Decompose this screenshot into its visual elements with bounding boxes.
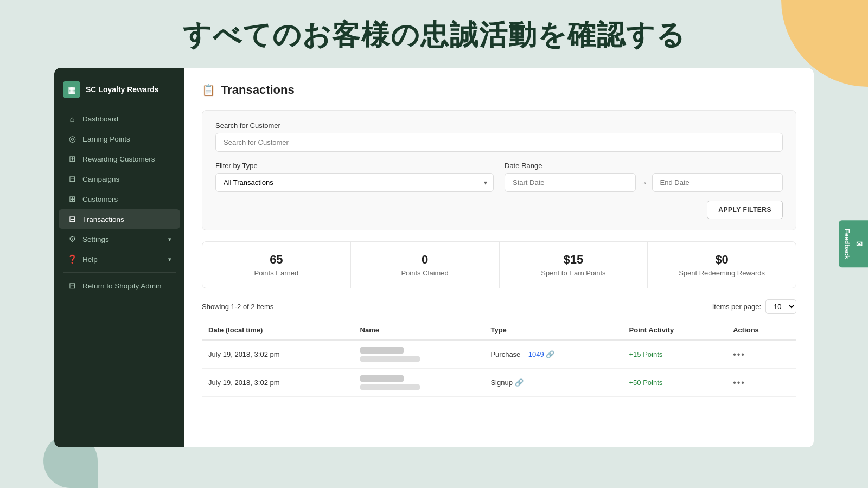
brand-name: SC Loyalty Rewards xyxy=(86,85,159,94)
row-points: +15 Points xyxy=(623,340,727,369)
campaigns-icon: ⊟ xyxy=(67,174,77,184)
sidebar-item-help[interactable]: ❓ Help ▾ xyxy=(59,249,180,269)
action-menu-button[interactable]: ••• xyxy=(733,350,745,359)
sidebar-item-label: Settings xyxy=(82,235,109,243)
row-points: +50 Points xyxy=(623,369,727,397)
blurred-name xyxy=(360,347,404,354)
stat-points-claimed: 0 Points Claimed xyxy=(351,242,500,288)
feedback-label: Feedback xyxy=(843,229,851,259)
transactions-icon: ⊟ xyxy=(67,214,77,224)
stat-points-earned: 65 Points Earned xyxy=(202,242,351,288)
stat-label: Points Claimed xyxy=(360,269,490,277)
sidebar-item-label: Transactions xyxy=(82,215,124,223)
stat-label: Spent to Earn Points xyxy=(508,269,639,277)
row-type: Purchase – 1049 🔗 xyxy=(484,340,622,369)
filter-type-label: Filter by Type xyxy=(215,162,494,170)
table-row: July 19, 2018, 3:02 pm Purchase – 1049 🔗… xyxy=(202,340,796,369)
items-per-page-control: Items per page: 10 25 50 xyxy=(712,299,796,314)
return-icon: ⊟ xyxy=(67,281,77,291)
main-content: 📋 Transactions Search for Customer Filte… xyxy=(184,68,814,447)
sidebar-item-customers[interactable]: ⊞ Customers xyxy=(59,189,180,209)
table-row: July 19, 2018, 3:02 pm Signup 🔗 +50 Poin… xyxy=(202,369,796,397)
brand-icon: ▦ xyxy=(63,81,80,98)
showing-text: Showing 1-2 of 2 items xyxy=(202,303,273,311)
row-actions: ••• xyxy=(726,369,796,397)
col-name: Name xyxy=(354,320,484,340)
row-name xyxy=(354,369,484,397)
stat-spent-earn: $15 Spent to Earn Points xyxy=(500,242,648,288)
row-date: July 19, 2018, 3:02 pm xyxy=(202,340,354,369)
action-menu-button[interactable]: ••• xyxy=(733,378,745,387)
col-points: Point Activity xyxy=(623,320,727,340)
items-per-page-label: Items per page: xyxy=(712,303,761,311)
stat-label: Spent Redeeming Rewards xyxy=(656,269,787,277)
row-type: Signup 🔗 xyxy=(484,369,622,397)
stat-label: Points Earned xyxy=(211,269,342,277)
col-date: Date (local time) xyxy=(202,320,354,340)
sidebar-item-label: Return to Shopify Admin xyxy=(82,282,162,290)
earning-icon: ◎ xyxy=(67,134,77,144)
row-name xyxy=(354,340,484,369)
stat-value: 65 xyxy=(211,253,342,267)
search-input[interactable] xyxy=(215,133,783,152)
sidebar-item-transactions[interactable]: ⊟ Transactions xyxy=(59,209,180,229)
sidebar-item-dashboard[interactable]: ⌂ Dashboard xyxy=(59,110,180,129)
chevron-down-icon: ▾ xyxy=(168,256,171,263)
customers-icon: ⊞ xyxy=(67,194,77,204)
sidebar-item-label: Dashboard xyxy=(82,115,118,123)
blurred-name xyxy=(360,375,404,382)
home-icon: ⌂ xyxy=(67,114,77,124)
sidebar-item-return-shopify[interactable]: ⊟ Return to Shopify Admin xyxy=(59,276,180,296)
rewarding-icon: ⊞ xyxy=(67,154,77,164)
per-page-select[interactable]: 10 25 50 xyxy=(765,299,796,314)
search-section: Search for Customer xyxy=(215,121,783,152)
apply-btn-row: APPLY FILTERS xyxy=(215,201,783,219)
stat-value: $15 xyxy=(508,253,639,267)
sidebar-item-earning-points[interactable]: ◎ Earning Points xyxy=(59,129,180,149)
filter-row: Filter by Type All Transactions Purchase… xyxy=(215,162,783,192)
name-cell xyxy=(360,375,478,390)
sidebar-item-label: Help xyxy=(82,255,98,264)
sidebar-brand: ▦ SC Loyalty Rewards xyxy=(54,76,184,109)
stats-row: 65 Points Earned 0 Points Claimed $15 Sp… xyxy=(202,241,796,288)
filter-type-select[interactable]: All Transactions Purchase Signup Redempt… xyxy=(215,173,494,192)
sidebar-item-campaigns[interactable]: ⊟ Campaigns xyxy=(59,169,180,189)
row-actions: ••• xyxy=(726,340,796,369)
start-date-input[interactable] xyxy=(505,173,636,192)
help-icon: ❓ xyxy=(67,254,77,264)
date-range-row: → xyxy=(505,173,783,192)
sidebar-item-label: Earning Points xyxy=(82,135,130,143)
filter-section: Search for Customer Filter by Type All T… xyxy=(202,110,796,230)
transactions-title-icon: 📋 xyxy=(202,84,215,97)
sidebar-item-label: Customers xyxy=(82,195,118,203)
stat-spent-redeeming: $0 Spent Redeeming Rewards xyxy=(648,242,796,288)
search-label: Search for Customer xyxy=(215,121,783,130)
order-link[interactable]: 1049 xyxy=(528,350,544,358)
stat-value: $0 xyxy=(656,253,787,267)
main-container: ▦ SC Loyalty Rewards ⌂ Dashboard ◎ Earni… xyxy=(54,68,814,447)
type-text: Purchase – xyxy=(490,350,528,358)
apply-filters-button[interactable]: APPLY FILTERS xyxy=(707,201,783,219)
table-header: Date (local time) Name Type Point Activi… xyxy=(202,320,796,340)
settings-icon: ⚙ xyxy=(67,234,77,244)
sidebar-divider xyxy=(63,272,176,273)
feedback-button[interactable]: ✉ Feedback xyxy=(839,220,868,267)
page-title-row: 📋 Transactions xyxy=(202,83,796,97)
blurred-email xyxy=(360,356,420,362)
sidebar-item-settings[interactable]: ⚙ Settings ▾ xyxy=(59,229,180,249)
chevron-down-icon: ▾ xyxy=(168,236,171,243)
col-type: Type xyxy=(484,320,622,340)
table-header-row: Showing 1-2 of 2 items Items per page: 1… xyxy=(202,299,796,314)
end-date-input[interactable] xyxy=(652,173,783,192)
sidebar: ▦ SC Loyalty Rewards ⌂ Dashboard ◎ Earni… xyxy=(54,68,184,447)
type-text: Signup xyxy=(490,378,512,387)
sidebar-item-rewarding-customers[interactable]: ⊞ Rewarding Customers xyxy=(59,149,180,169)
blurred-email xyxy=(360,384,420,390)
name-cell xyxy=(360,347,478,362)
col-actions: Actions xyxy=(726,320,796,340)
row-date: July 19, 2018, 3:02 pm xyxy=(202,369,354,397)
sidebar-item-label: Rewarding Customers xyxy=(82,155,155,163)
date-range-label: Date Range xyxy=(505,162,783,170)
page-title: Transactions xyxy=(221,83,295,97)
page-header: すべてのお客様の忠誠活動を確認する xyxy=(0,0,868,68)
